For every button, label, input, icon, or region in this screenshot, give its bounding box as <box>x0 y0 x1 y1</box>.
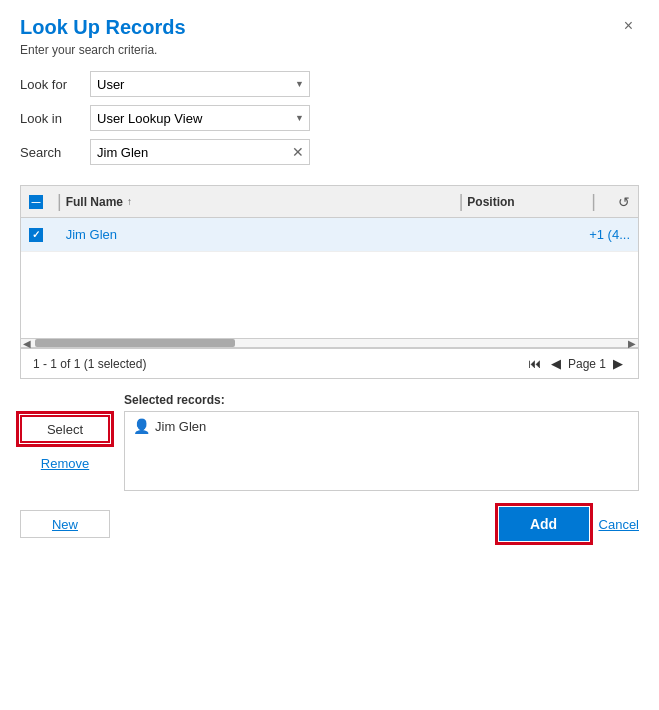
first-page-button[interactable]: ⏮ <box>525 355 544 372</box>
dialog: Look Up Records × Enter your search crit… <box>0 0 659 710</box>
close-button[interactable]: × <box>618 16 639 36</box>
scroll-thumb[interactable] <box>35 339 235 347</box>
look-for-select-wrapper: User <box>90 71 310 97</box>
col-sep-3: | <box>591 191 596 212</box>
search-input[interactable] <box>90 139 310 165</box>
prev-page-button[interactable]: ◀ <box>548 355 564 372</box>
dialog-title: Look Up Records <box>20 16 186 39</box>
dialog-header: Look Up Records × <box>20 16 639 39</box>
header-checkbox-cell[interactable] <box>29 195 53 209</box>
selected-record-name: Jim Glen <box>155 419 206 434</box>
col-fullname[interactable]: Full Name ↑ <box>66 195 455 209</box>
look-in-label: Look in <box>20 111 90 126</box>
col-sep-1: | <box>57 191 62 212</box>
search-row: Search ✕ <box>20 139 639 165</box>
selected-actions: Select Remove <box>20 393 110 491</box>
sort-arrow-icon: ↑ <box>127 196 132 207</box>
table-body: | Jim Glen +1 (4... <box>21 218 638 338</box>
bottom-actions: New Add Cancel <box>20 507 639 541</box>
table-header: | Full Name ↑ | Position | ↺ <box>21 186 638 218</box>
page-navigation: ⏮ ◀ Page 1 ▶ <box>525 355 626 372</box>
refresh-button[interactable]: ↺ <box>600 194 630 210</box>
look-in-select[interactable]: User Lookup View <box>90 105 310 131</box>
results-table: | Full Name ↑ | Position | ↺ | Jim Glen … <box>20 185 639 349</box>
row-checkbox[interactable] <box>29 228 43 242</box>
selected-records-label: Selected records: <box>124 393 639 407</box>
col-sep-2: | <box>459 191 464 212</box>
clear-search-button[interactable]: ✕ <box>290 145 306 159</box>
search-label: Search <box>20 145 90 160</box>
selected-section: Select Remove Selected records: 👤 Jim Gl… <box>20 393 639 491</box>
look-in-select-wrapper: User Lookup View <box>90 105 310 131</box>
add-button[interactable]: Add <box>499 507 589 541</box>
person-icon: 👤 <box>133 418 149 434</box>
row-checkbox-cell[interactable] <box>29 228 53 242</box>
look-for-select[interactable]: User <box>90 71 310 97</box>
new-button[interactable]: New <box>20 510 110 538</box>
cancel-button[interactable]: Cancel <box>599 517 639 532</box>
look-for-row: Look for User <box>20 71 639 97</box>
row-name[interactable]: Jim Glen <box>66 227 580 242</box>
row-sep: | <box>57 224 62 245</box>
page-label: Page 1 <box>568 357 606 371</box>
pagination-bar: 1 - 1 of 1 (1 selected) ⏮ ◀ Page 1 ▶ <box>20 349 639 379</box>
look-in-row: Look in User Lookup View <box>20 105 639 131</box>
horizontal-scrollbar[interactable]: ◀ ▶ <box>21 338 638 348</box>
select-button[interactable]: Select <box>20 415 110 443</box>
selected-record-item: 👤 Jim Glen <box>133 418 630 434</box>
dialog-subtitle: Enter your search criteria. <box>20 43 639 57</box>
search-input-wrapper: ✕ <box>90 139 310 165</box>
col-position[interactable]: Position <box>467 195 587 209</box>
scroll-right-icon[interactable]: ▶ <box>628 338 636 349</box>
look-for-label: Look for <box>20 77 90 92</box>
next-page-button[interactable]: ▶ <box>610 355 626 372</box>
remove-button[interactable]: Remove <box>20 449 110 477</box>
pagination-info: 1 - 1 of 1 (1 selected) <box>33 357 525 371</box>
row-extra: +1 (4... <box>580 227 630 242</box>
selected-records-box: Selected records: 👤 Jim Glen <box>124 393 639 491</box>
select-all-checkbox[interactable] <box>29 195 43 209</box>
table-row[interactable]: | Jim Glen +1 (4... <box>21 218 638 252</box>
scroll-left-icon[interactable]: ◀ <box>23 338 31 349</box>
records-list: 👤 Jim Glen <box>124 411 639 491</box>
